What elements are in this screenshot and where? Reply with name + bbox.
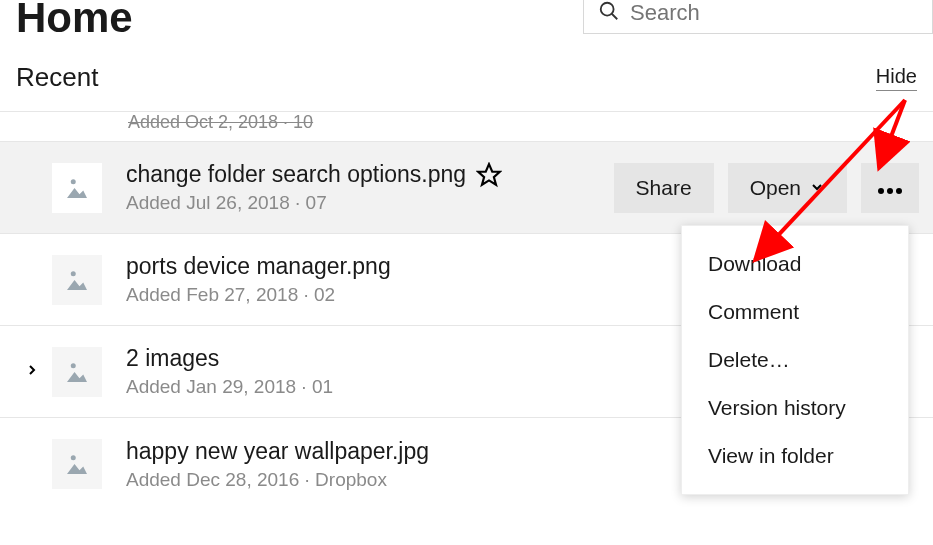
svg-marker-4: [478, 164, 500, 185]
more-button[interactable]: [861, 163, 919, 213]
image-icon: [52, 163, 102, 213]
menu-item-download[interactable]: Download: [682, 240, 908, 288]
image-icon: [52, 347, 102, 397]
image-icon: [52, 255, 102, 305]
menu-item-version-history[interactable]: Version history: [682, 384, 908, 432]
menu-item-view-in-folder[interactable]: View in folder: [682, 432, 908, 480]
menu-item-delete[interactable]: Delete…: [682, 336, 908, 384]
context-menu: Download Comment Delete… Version history…: [681, 225, 909, 495]
file-sub: Added Jul 26, 2018 · 07: [126, 192, 614, 214]
svg-point-8: [71, 271, 76, 276]
svg-point-5: [878, 188, 884, 194]
menu-item-comment[interactable]: Comment: [682, 288, 908, 336]
svg-marker-9: [67, 280, 87, 290]
hide-link[interactable]: Hide: [876, 65, 917, 91]
svg-marker-11: [67, 372, 87, 382]
search-box[interactable]: [583, 0, 933, 34]
search-icon: [598, 0, 620, 26]
svg-marker-3: [67, 188, 87, 198]
more-icon: [877, 176, 903, 200]
svg-line-1: [612, 13, 618, 19]
svg-marker-13: [67, 464, 87, 474]
svg-point-10: [71, 363, 76, 368]
svg-point-12: [71, 455, 76, 460]
star-icon[interactable]: [476, 162, 502, 188]
search-input[interactable]: [630, 0, 918, 26]
image-icon: [52, 439, 102, 489]
cutoff-row: Added Oct 2, 2018 · 10: [0, 112, 933, 142]
chevron-right-icon: [24, 362, 40, 382]
expand-toggle[interactable]: [18, 362, 46, 382]
page-title: Home: [16, 0, 133, 42]
share-button[interactable]: Share: [614, 163, 714, 213]
open-button[interactable]: Open: [728, 163, 847, 213]
svg-point-7: [896, 188, 902, 194]
svg-point-6: [887, 188, 893, 194]
svg-point-0: [601, 2, 614, 15]
section-title: Recent: [16, 62, 98, 93]
svg-point-2: [71, 179, 76, 184]
file-name: change folder search options.png: [126, 161, 466, 188]
chevron-down-icon: [809, 176, 825, 200]
list-item[interactable]: change folder search options.png Added J…: [0, 142, 933, 234]
